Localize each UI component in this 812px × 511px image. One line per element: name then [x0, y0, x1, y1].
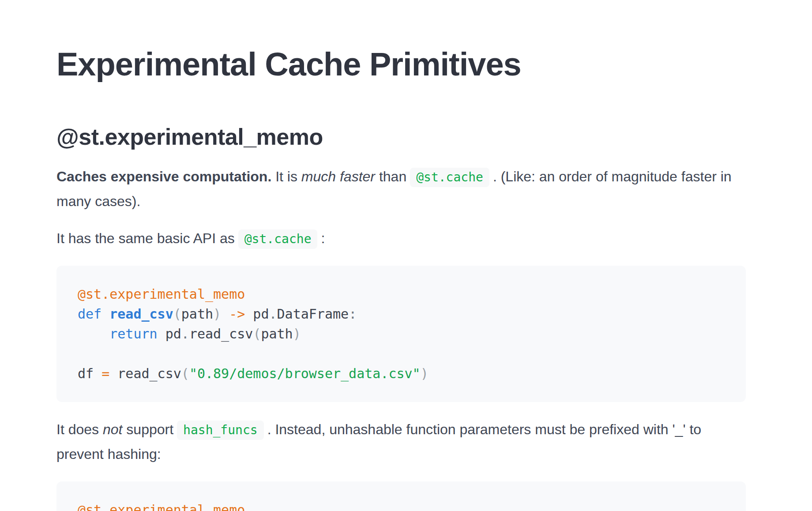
inline-code: @st.cache	[238, 229, 318, 249]
hash-example-code: @st.experimental_memo	[56, 481, 746, 511]
code-token: @st.experimental_memo	[78, 286, 245, 302]
code-token: "0.89/demos/browser_data.csv"	[189, 366, 421, 381]
code-token: @st.experimental_memo	[78, 502, 245, 511]
code-token: path	[261, 326, 293, 342]
code-token	[102, 306, 109, 322]
code-token: return	[109, 326, 157, 342]
page-title: Experimental Cache Primitives	[56, 44, 746, 85]
docs-page: Experimental Cache Primitives @st.experi…	[0, 0, 812, 511]
intro-paragraph: Caches expensive computation. It is much…	[56, 164, 746, 214]
content: Caches expensive computation. It is much…	[56, 164, 746, 511]
code-token: ->	[229, 306, 245, 322]
text-run: not	[103, 421, 122, 437]
code-token: (	[181, 366, 189, 381]
code-token: (	[173, 306, 181, 322]
hash-funcs-paragraph: It does not supporthash_funcs. Instead, …	[56, 417, 746, 466]
api-paragraph: It has the same basic API as@st.cache:	[56, 226, 746, 251]
code-token: (	[253, 326, 261, 342]
text-run: than	[375, 169, 406, 184]
code-token: =	[102, 366, 109, 381]
text-run: support	[122, 421, 173, 437]
code-token: .	[269, 306, 277, 322]
code-token: DataFrame	[277, 306, 349, 322]
code-token: read_csv	[109, 306, 173, 322]
code-line	[78, 344, 725, 364]
code-token: path	[181, 306, 213, 322]
code-token: def	[78, 306, 102, 322]
code-line: @st.experimental_memo	[78, 284, 725, 304]
code-token	[221, 306, 229, 322]
code-line: def read_csv(path) -> pd.DataFrame:	[78, 304, 725, 324]
code-token: df	[78, 366, 102, 381]
code-token: pd	[158, 326, 181, 342]
code-token: )	[293, 326, 301, 342]
code-token: pd	[245, 306, 269, 322]
code-token: )	[213, 306, 221, 322]
text-run: Caches expensive computation.	[56, 169, 271, 184]
text-run: It is	[271, 169, 301, 184]
code-token: .	[181, 326, 189, 342]
code-line: @st.experimental_memo	[78, 500, 725, 511]
inline-code: @st.cache	[410, 168, 489, 187]
text-run: :	[321, 230, 325, 246]
code-line: df = read_csv("0.89/demos/browser_data.c…	[78, 364, 725, 383]
code-token: :	[349, 306, 357, 322]
section-title: @st.experimental_memo	[56, 122, 746, 152]
code-token: read_csv	[109, 366, 181, 381]
code-line: return pd.read_csv(path)	[78, 324, 725, 344]
inline-code: hash_funcs	[177, 421, 264, 440]
code-token	[78, 326, 109, 342]
code-token: read_csv	[189, 326, 253, 342]
text-run: It does	[56, 421, 103, 437]
code-token: )	[421, 366, 429, 381]
text-run: It has the same basic API as	[56, 230, 235, 246]
text-run: much faster	[301, 169, 375, 184]
memo-example-code: @st.experimental_memodef read_csv(path) …	[56, 266, 746, 402]
